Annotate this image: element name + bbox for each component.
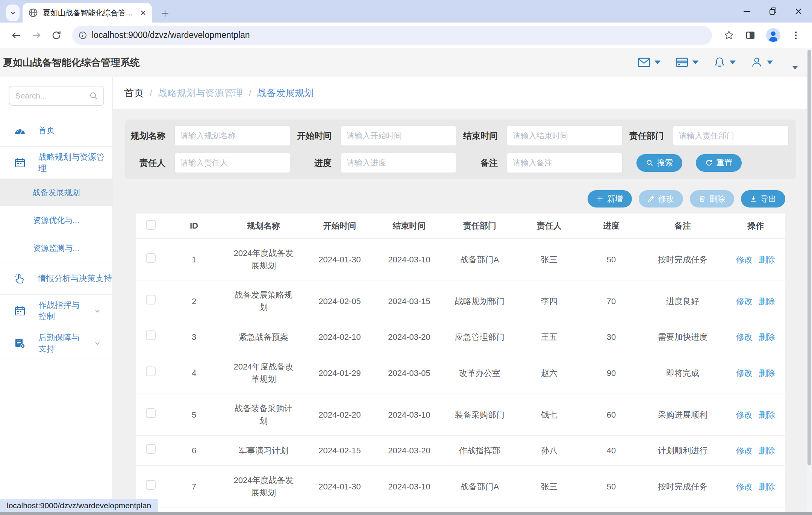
app-header: 夏如山战备智能化综合管理系统 — [0, 48, 812, 77]
bell-icon — [714, 56, 726, 68]
row-checkbox[interactable] — [146, 330, 156, 340]
refresh-button[interactable] — [51, 30, 62, 41]
chevron-down-icon — [767, 61, 773, 64]
notifications-dropdown[interactable] — [714, 56, 736, 68]
row-checkbox[interactable] — [146, 253, 156, 263]
start-time-input[interactable] — [341, 126, 456, 146]
sidebar-item-resource-optimization[interactable]: 资源优化与... — [0, 206, 112, 234]
col-name: 规划名称 — [222, 214, 305, 239]
person-input[interactable] — [174, 153, 290, 173]
mail-dropdown[interactable] — [638, 58, 661, 67]
row-checkbox[interactable] — [146, 367, 156, 376]
close-icon[interactable] — [794, 7, 803, 16]
new-tab-button[interactable] — [160, 8, 170, 18]
bookmark-button[interactable] — [723, 30, 735, 41]
row-delete-link[interactable]: 删除 — [759, 410, 775, 420]
row-checkbox[interactable] — [146, 408, 156, 418]
row-checkbox[interactable] — [146, 480, 156, 490]
collapse-caret-icon[interactable] — [792, 66, 798, 70]
row-modify-link[interactable]: 修改 — [736, 410, 753, 420]
row-modify-link[interactable]: 修改 — [736, 332, 753, 342]
search-input[interactable] — [15, 91, 89, 101]
delete-button[interactable]: 删除 — [690, 190, 734, 208]
row-modify-link[interactable]: 修改 — [736, 446, 753, 455]
cell-remark: 按时完成任务 — [639, 466, 726, 507]
sidebar-item-label: 情报分析与决策支持 — [38, 273, 112, 284]
remark-input[interactable] — [507, 153, 623, 173]
cell-dept: 改革办公室 — [444, 352, 515, 394]
progress-input[interactable] — [341, 153, 456, 173]
start-time-label: 开始时间 — [296, 130, 332, 142]
url-bar[interactable]: localhost:9000/dzvz/wardevelopmentplan — [72, 26, 712, 45]
side-panel-button[interactable] — [745, 30, 756, 41]
sidebar-item-home[interactable]: 首页 — [0, 114, 112, 146]
sidebar-item-resource-monitoring[interactable]: 资源监测与... — [0, 234, 112, 262]
main-area: 首页 / 战略规划与资源管理 / 战备发展规划 规划名称 开始时间 — [113, 77, 812, 515]
table-header-row: ID 规划名称 开始时间 结束时间 责任部门 责任人 进度 备注 操作 — [136, 214, 785, 239]
row-delete-link[interactable]: 删除 — [759, 446, 775, 455]
export-button[interactable]: 导出 — [741, 190, 785, 208]
forward-button[interactable] — [31, 30, 42, 41]
add-button[interactable]: 新增 — [588, 190, 632, 208]
progress-label: 进度 — [296, 157, 332, 169]
breadcrumb-war-development-plan[interactable]: 战备发展规划 — [257, 87, 314, 99]
row-checkbox[interactable] — [146, 295, 156, 304]
reset-button[interactable]: 重置 — [696, 154, 742, 172]
cell-remark: 即将完成 — [639, 352, 726, 394]
table-toolbar: 新增 修改 删除 导出 — [125, 190, 785, 208]
plus-icon — [160, 8, 170, 18]
info-icon[interactable] — [78, 31, 87, 40]
select-all-checkbox[interactable] — [146, 220, 156, 230]
breadcrumb-home[interactable]: 首页 — [124, 86, 144, 100]
sidebar-item-operations-command[interactable]: 作战指挥与控制 — [0, 294, 112, 327]
plan-name-input[interactable] — [174, 126, 290, 146]
profile-button[interactable] — [766, 28, 780, 42]
row-modify-link[interactable]: 修改 — [736, 368, 753, 378]
dept-input[interactable] — [673, 126, 789, 146]
end-time-input[interactable] — [507, 126, 623, 146]
remark-label: 备注 — [462, 157, 498, 169]
row-delete-link[interactable]: 删除 — [759, 332, 775, 342]
user-dropdown[interactable] — [751, 56, 773, 68]
cell-name: 军事演习计划 — [239, 444, 288, 457]
cell-dept: 战备部门A — [444, 239, 515, 280]
sidebar-item-intelligence-analysis[interactable]: 情报分析与决策支持 — [0, 262, 112, 294]
vertical-scrollbar-thumb[interactable] — [807, 50, 811, 465]
cell-name: 战备装备采购计划 — [232, 402, 295, 427]
search-button[interactable]: 搜索 — [636, 154, 682, 172]
browser-menu-button[interactable] — [791, 30, 801, 40]
minimize-icon[interactable] — [742, 6, 752, 16]
row-delete-link[interactable]: 删除 — [759, 255, 775, 264]
search-icon — [646, 159, 653, 167]
cell-progress: 50 — [583, 466, 639, 507]
globe-icon — [28, 8, 38, 18]
horizontal-scrollbar[interactable] — [0, 512, 812, 515]
row-modify-link[interactable]: 修改 — [736, 297, 753, 306]
avatar — [766, 28, 780, 42]
browser-tab[interactable]: 夏如山战备智能化综合管理系统 — [23, 3, 152, 23]
restore-icon[interactable] — [768, 7, 777, 16]
sidebar-item-war-development-plan[interactable]: 战备发展规划 — [0, 179, 112, 206]
sidebar-item-strategic-planning[interactable]: 战略规划与资源管理 — [0, 146, 112, 179]
cell-person: 张三 — [515, 239, 583, 280]
row-delete-link[interactable]: 删除 — [759, 368, 775, 378]
row-delete-link[interactable]: 删除 — [759, 297, 775, 306]
vertical-scrollbar[interactable] — [807, 48, 812, 512]
modify-button[interactable]: 修改 — [639, 190, 683, 208]
tab-search-button[interactable] — [6, 5, 20, 21]
sidebar-item-logistics-support[interactable]: 后勤保障与支持 — [0, 327, 112, 359]
card-dropdown[interactable] — [676, 58, 698, 67]
breadcrumb-strategic-planning[interactable]: 战略规划与资源管理 — [158, 87, 243, 99]
col-actions: 操作 — [726, 214, 785, 239]
cell-remark: 采购进展顺利 — [639, 394, 726, 436]
sidebar-item-label: 资源优化与... — [33, 215, 79, 226]
back-button[interactable] — [11, 30, 22, 41]
row-modify-link[interactable]: 修改 — [736, 255, 753, 264]
sidebar: 首页 战略规划与资源管理 战备发展规划 资源优化与... 资源监测与... 情报… — [0, 77, 113, 515]
row-delete-link[interactable]: 删除 — [759, 482, 775, 491]
table-row: 5 战备装备采购计划 2024-02-20 2024-03-10 装备采购部门 … — [136, 394, 785, 436]
tab-close-icon[interactable] — [140, 9, 147, 16]
row-modify-link[interactable]: 修改 — [736, 482, 753, 491]
plus-icon — [597, 195, 603, 202]
row-checkbox[interactable] — [146, 444, 156, 454]
